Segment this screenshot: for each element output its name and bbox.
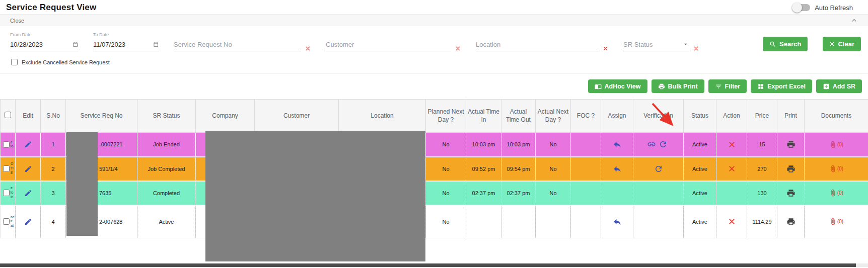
table-row[interactable]: e lo 1 -0007221 Job Ended No 10:03 pm 10… xyxy=(1,133,868,157)
col-header-actual-next-day[interactable]: Actual Next Day ? xyxy=(536,100,571,133)
service-request-view-page: Service Request View Auto Refresh Close … xyxy=(0,0,868,268)
clear-button[interactable]: Clear xyxy=(823,37,861,51)
table-row[interactable]: O Ti E 2 591/1/4 Job Completed No 09:52 … xyxy=(1,157,868,181)
foc-cell xyxy=(571,133,601,157)
col-header-action[interactable]: Action xyxy=(716,100,747,133)
add-sr-button[interactable]: Add SR xyxy=(816,79,862,93)
print-printer-icon[interactable] xyxy=(786,189,795,198)
table-row[interactable]: ac lf at 4 2-007628 Active No xyxy=(1,205,868,238)
scrollbar-thumb[interactable] xyxy=(0,263,856,267)
row-checkbox[interactable] xyxy=(3,165,10,172)
assign-reply-arrow-icon[interactable] xyxy=(613,140,622,149)
clear-field-x-icon[interactable] xyxy=(693,46,699,51)
col-header-edit[interactable]: Edit xyxy=(16,100,41,133)
select-all-checkbox[interactable] xyxy=(5,112,11,118)
action-cell xyxy=(716,181,747,205)
sno-cell: 4 xyxy=(41,205,66,238)
edit-cell xyxy=(16,205,41,238)
col-header-verification[interactable]: Verification xyxy=(633,100,684,133)
auto-refresh-label: Auto Refresh xyxy=(815,4,853,12)
sno-cell: 3 xyxy=(41,181,66,205)
paperclip-icon[interactable] xyxy=(829,141,837,148)
paperclip-icon[interactable] xyxy=(829,218,837,225)
filter-fields-row: From Date To Date xyxy=(0,26,868,51)
sr-status-cell: Active xyxy=(137,205,196,238)
exclude-cancelled-checkbox-input[interactable] xyxy=(11,59,18,65)
col-header-sno[interactable]: S.No xyxy=(41,100,66,133)
row-checkbox[interactable] xyxy=(3,190,10,196)
actual-next-day-cell: No xyxy=(536,181,571,205)
status-cell: Active xyxy=(684,157,716,181)
auto-refresh-toggle[interactable]: Auto Refresh xyxy=(793,4,853,12)
action-cell xyxy=(716,205,747,238)
col-header-planned-next-day[interactable]: Planned Next Day ? xyxy=(426,100,466,133)
col-header-documents[interactable]: Documents xyxy=(805,100,868,133)
col-header-foc[interactable]: FOC ? xyxy=(571,100,601,133)
col-header-status[interactable]: Status xyxy=(684,100,716,133)
verification-refresh-icon[interactable] xyxy=(659,140,668,149)
adhoc-view-button[interactable]: AdHoc View xyxy=(588,79,647,93)
col-header-customer[interactable]: Customer xyxy=(255,100,339,133)
horizontal-scrollbar[interactable] xyxy=(0,263,868,267)
col-header-actual-time-in[interactable]: Actual Time In xyxy=(466,100,501,133)
clear-field-x-icon[interactable] xyxy=(305,46,311,51)
table-row[interactable]: e lo in 3 7635 Completed No 02:37 pm 02:… xyxy=(1,181,868,205)
clear-field-x-icon[interactable] xyxy=(455,46,461,51)
sr-status-select[interactable] xyxy=(623,41,679,48)
assign-reply-arrow-icon[interactable] xyxy=(613,164,622,173)
actual-time-in-cell xyxy=(466,205,501,238)
verification-link-icon[interactable] xyxy=(647,140,656,149)
print-printer-icon[interactable] xyxy=(786,164,795,173)
collapse-chevron-up-icon[interactable] xyxy=(850,17,858,24)
delete-x-icon[interactable] xyxy=(728,218,736,225)
paperclip-icon[interactable] xyxy=(829,165,837,172)
filter-button[interactable]: Filter xyxy=(708,79,747,93)
service-request-no-input[interactable] xyxy=(174,41,301,48)
edit-pencil-icon[interactable] xyxy=(24,218,32,226)
col-header-sr-status[interactable]: SR Status xyxy=(137,100,196,133)
assign-cell xyxy=(601,205,633,238)
customer-input[interactable] xyxy=(326,41,451,48)
col-header-service-req-no[interactable]: Service Req No xyxy=(66,100,137,133)
documents-cell: (0) xyxy=(805,133,868,157)
col-header-actual-time-out[interactable]: Actual Time Out xyxy=(501,100,536,133)
print-printer-icon[interactable] xyxy=(786,217,795,226)
clear-field-x-icon[interactable] xyxy=(603,46,608,51)
col-header-company[interactable]: Company xyxy=(196,100,255,133)
exclude-cancelled-checkbox[interactable]: Exclude Cancelled Service Request xyxy=(0,51,868,73)
verification-refresh-icon[interactable] xyxy=(654,164,663,173)
paperclip-icon[interactable] xyxy=(829,189,837,197)
actual-time-out-cell: 02:37 pm xyxy=(501,181,536,205)
row-checkbox[interactable] xyxy=(3,218,10,225)
calendar-icon[interactable] xyxy=(73,41,78,48)
print-printer-icon[interactable] xyxy=(786,140,795,149)
delete-x-icon[interactable] xyxy=(728,165,736,172)
location-field xyxy=(476,41,608,51)
col-header-location[interactable]: Location xyxy=(339,100,426,133)
calendar-icon[interactable] xyxy=(153,41,159,48)
close-button[interactable]: Close xyxy=(10,18,24,24)
filter-panel: Close From Date To Date xyxy=(0,14,868,73)
select-all-header[interactable] xyxy=(1,100,16,133)
assign-reply-arrow-icon[interactable] xyxy=(613,217,622,226)
edit-pencil-icon[interactable] xyxy=(24,189,32,197)
toggle-switch-icon[interactable] xyxy=(793,4,810,11)
search-button[interactable]: Search xyxy=(763,37,808,51)
col-header-price[interactable]: Price xyxy=(747,100,777,133)
status-cell: Active xyxy=(684,205,716,238)
location-input[interactable] xyxy=(476,41,599,48)
bulk-print-button[interactable]: Bulk Print xyxy=(652,79,704,93)
to-date-input[interactable] xyxy=(93,41,150,48)
col-header-print[interactable]: Print xyxy=(777,100,805,133)
verification-cell xyxy=(633,133,684,157)
export-excel-button[interactable]: Export Excel xyxy=(751,79,812,93)
edit-pencil-icon[interactable] xyxy=(24,165,32,173)
chevron-down-icon[interactable] xyxy=(682,40,689,48)
edit-cell xyxy=(16,133,41,157)
col-header-assign[interactable]: Assign xyxy=(601,100,633,133)
row-checkbox[interactable] xyxy=(3,141,10,148)
from-date-input[interactable] xyxy=(10,41,69,48)
planned-next-day-cell: No xyxy=(426,181,466,205)
edit-pencil-icon[interactable] xyxy=(24,140,32,148)
delete-x-icon[interactable] xyxy=(728,141,736,148)
